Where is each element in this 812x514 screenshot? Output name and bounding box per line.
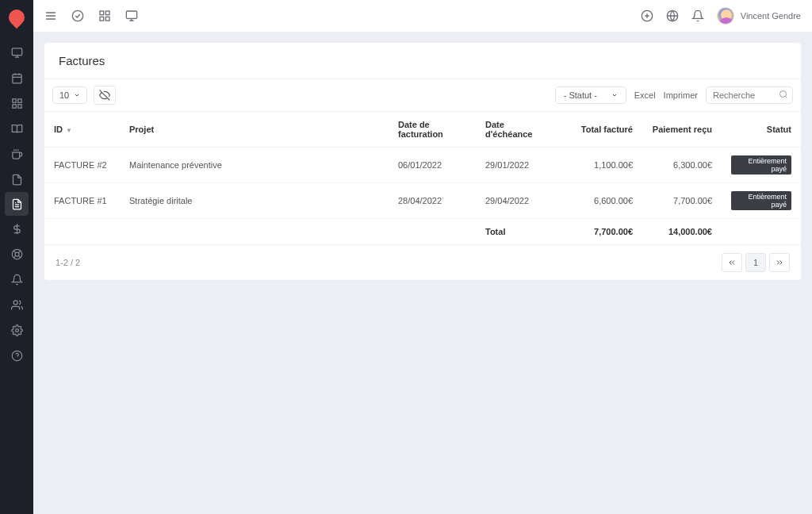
cell-paiement: 6,300.00€ — [642, 148, 722, 183]
monitor-icon — [11, 47, 23, 59]
sidebar-item-calendar[interactable] — [0, 65, 33, 90]
desktop-button[interactable] — [125, 10, 138, 22]
globe-icon — [666, 10, 679, 22]
svg-rect-14 — [100, 17, 104, 21]
svg-rect-5 — [17, 104, 21, 107]
sidebar-item-coffee[interactable] — [0, 141, 33, 167]
svg-rect-12 — [100, 11, 104, 15]
svg-rect-3 — [17, 98, 21, 102]
footer-label: Total — [476, 219, 563, 245]
svg-rect-0 — [12, 48, 22, 55]
sidebar-item-dashboard[interactable] — [0, 40, 33, 65]
cell-date-eche: 29/01/2022 — [476, 148, 563, 183]
export-excel[interactable]: Excel — [634, 90, 656, 100]
calendar-icon — [11, 72, 23, 84]
cell-date-fact: 28/04/2022 — [389, 183, 476, 219]
add-button[interactable] — [641, 10, 653, 22]
col-total[interactable]: Total facturé — [563, 112, 642, 148]
col-projet[interactable]: Projet — [120, 112, 389, 148]
table-row[interactable]: FACTURE #1 Stratégie diritale 28/04/2022… — [44, 183, 801, 219]
cell-date-fact: 06/01/2022 — [389, 148, 476, 183]
bell-icon — [691, 10, 704, 22]
page-size-value: 10 — [59, 90, 69, 100]
svg-point-8 — [13, 300, 17, 304]
cell-projet: Maintenance préventive — [120, 148, 389, 183]
page-title: Factures — [44, 43, 801, 79]
col-statut[interactable]: Statut — [722, 112, 801, 148]
sidebar-item-apps[interactable] — [0, 90, 33, 116]
menu-toggle[interactable] — [44, 10, 57, 22]
app-logo — [6, 6, 28, 29]
user-menu[interactable]: Vincent Gendre — [717, 7, 801, 25]
notifications-button[interactable] — [691, 10, 704, 22]
tasks-button[interactable] — [71, 10, 84, 22]
monitor-icon — [125, 10, 138, 22]
sidebar-item-help[interactable] — [0, 343, 33, 368]
file-text-icon — [11, 198, 23, 210]
sidebar-item-book[interactable] — [0, 116, 33, 141]
sidebar-item-settings[interactable] — [0, 317, 33, 343]
search-box — [706, 86, 793, 104]
print-button[interactable]: Imprimer — [664, 90, 698, 100]
range-label: 1-2 / 2 — [56, 258, 80, 267]
page-size-select[interactable]: 10 — [52, 86, 87, 104]
language-button[interactable] — [666, 10, 679, 22]
cell-projet: Stratégie diritale — [120, 183, 389, 219]
avatar — [717, 7, 734, 25]
dollar-icon — [11, 223, 23, 235]
search-icon — [779, 90, 788, 99]
cell-statut: Entièrement payé — [722, 183, 801, 219]
svg-rect-13 — [105, 11, 109, 15]
svg-rect-2 — [12, 98, 15, 102]
bell-icon — [11, 274, 23, 286]
plus-circle-icon — [641, 10, 653, 22]
svg-rect-4 — [12, 104, 15, 107]
cell-date-eche: 29/04/2022 — [476, 183, 563, 219]
sidebar-item-file[interactable] — [0, 167, 33, 192]
col-id[interactable]: ID▼ — [44, 112, 120, 148]
col-date-eche[interactable]: Date d'échéance — [476, 112, 563, 148]
lifebuoy-icon — [11, 248, 23, 260]
factures-table: ID▼ Projet Date de facturation Date d'éc… — [44, 112, 801, 245]
svg-rect-16 — [126, 11, 136, 18]
chevrons-left-icon — [727, 258, 737, 267]
sidebar-item-support[interactable] — [0, 241, 33, 267]
menu-icon — [44, 10, 57, 22]
chevron-down-icon — [74, 92, 80, 98]
coffee-icon — [11, 148, 23, 160]
sidebar-item-factures[interactable] — [5, 192, 29, 216]
topbar: Vincent Gendre — [33, 0, 812, 32]
cell-total: 6,600.00€ — [563, 183, 642, 219]
visibility-toggle[interactable] — [94, 86, 116, 105]
help-icon — [11, 350, 23, 362]
svg-point-7 — [15, 252, 19, 256]
grid-icon — [98, 10, 111, 22]
sidebar-item-users[interactable] — [0, 292, 33, 317]
sidebar-item-finance[interactable] — [0, 216, 33, 241]
statut-filter[interactable]: - Statut - — [555, 86, 626, 104]
svg-rect-1 — [12, 74, 21, 82]
cell-total: 1,100.00€ — [563, 148, 642, 183]
pager-last[interactable] — [769, 253, 790, 272]
check-circle-icon — [71, 10, 84, 22]
table-footer-row: Total 7,700.00€ 14,000.00€ — [44, 219, 801, 245]
grid-button[interactable] — [98, 10, 111, 22]
main: Factures 10 - Statut - Excel Imprimer — [33, 32, 812, 291]
chevron-down-icon — [611, 92, 618, 98]
col-paiement[interactable]: Paiement reçu — [642, 112, 722, 148]
gear-icon — [11, 324, 23, 336]
pager-page[interactable]: 1 — [745, 253, 766, 272]
sidebar-item-notifications[interactable] — [0, 267, 33, 292]
svg-rect-15 — [105, 17, 109, 21]
users-icon — [11, 299, 23, 311]
col-date-fact[interactable]: Date de facturation — [389, 112, 476, 148]
eye-off-icon — [99, 90, 110, 101]
pager-first[interactable] — [722, 253, 742, 272]
svg-point-19 — [780, 91, 787, 98]
footer-paiement: 14,000.00€ — [642, 219, 722, 245]
table-row[interactable]: FACTURE #2 Maintenance préventive 06/01/… — [44, 148, 801, 183]
pager: 1 — [722, 253, 790, 272]
status-badge: Entièrement payé — [731, 155, 791, 175]
chevrons-right-icon — [775, 258, 784, 267]
book-icon — [11, 123, 23, 135]
